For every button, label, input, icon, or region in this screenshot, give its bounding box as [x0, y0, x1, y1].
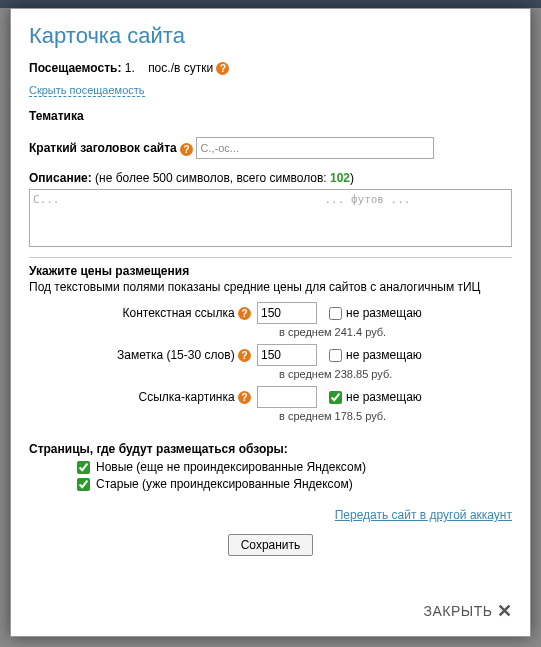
price-label: Ссылка-картинка ?	[29, 390, 257, 404]
price-input-note[interactable]	[257, 344, 317, 366]
no-place-checkbox-note[interactable]	[329, 349, 342, 362]
price-label: Заметка (15-30 слов) ?	[29, 348, 257, 362]
hide-traffic-row: Скрыть посещаемость	[29, 83, 512, 97]
transfer-link[interactable]: Передать сайт в другой аккаунт	[335, 508, 512, 522]
avg-note: в среднем 238.85 руб.	[29, 368, 512, 380]
description-textarea[interactable]	[29, 189, 512, 247]
avg-context: в среднем 241.4 руб.	[29, 326, 512, 338]
pages-checkbox-new[interactable]	[77, 461, 90, 474]
pages-head: Страницы, где будут размещаться обзоры:	[29, 442, 512, 456]
close-wrap: ЗАКРЫТЬ ✕	[29, 586, 512, 626]
pages-opt-label: Старые (уже проиндексированные Яндексом)	[96, 477, 353, 491]
description-hint-prefix: (не более 500 символов, всего символов:	[95, 171, 330, 185]
close-label: ЗАКРЫТЬ	[424, 603, 493, 619]
no-place-label: не размещаю	[346, 348, 422, 362]
description-count: 102	[330, 171, 350, 185]
price-table: Контекстная ссылка ? не размещаю в средн…	[29, 302, 512, 428]
help-icon[interactable]: ?	[216, 62, 229, 75]
no-place-label: не размещаю	[346, 390, 422, 404]
description-label: Описание:	[29, 171, 92, 185]
close-icon: ✕	[497, 600, 513, 622]
modal-title: Карточка сайта	[29, 23, 512, 49]
no-place-checkbox-image[interactable]	[329, 391, 342, 404]
save-wrap: Сохранить	[29, 534, 512, 556]
price-input-context[interactable]	[257, 302, 317, 324]
pages-opt-old: Старые (уже проиндексированные Яндексом)	[77, 477, 512, 491]
prices-head: Укажите цены размещения	[29, 264, 512, 278]
traffic-label: Посещаемость:	[29, 61, 121, 75]
price-row-context: Контекстная ссылка ? не размещаю	[29, 302, 512, 324]
top-nav-bar	[0, 0, 541, 8]
traffic-row: Посещаемость: 1. пос./в сутки ?	[29, 61, 512, 75]
transfer-row: Передать сайт в другой аккаунт	[29, 508, 512, 522]
traffic-unit: пос./в сутки	[148, 61, 213, 75]
description-head: Описание: (не более 500 символов, всего …	[29, 171, 512, 185]
pages-opt-label: Новые (еще не проиндексированные Яндексо…	[96, 460, 366, 474]
traffic-value: 1.	[125, 61, 135, 75]
price-row-note: Заметка (15-30 слов) ? не размещаю	[29, 344, 512, 366]
hide-traffic-link[interactable]: Скрыть посещаемость	[29, 84, 145, 97]
short-title-label: Краткий заголовок сайта	[29, 141, 177, 155]
help-icon[interactable]: ?	[238, 391, 251, 404]
price-label: Контекстная ссылка ?	[29, 306, 257, 320]
site-card-modal: Карточка сайта Посещаемость: 1. пос./в с…	[10, 8, 531, 637]
short-title-input[interactable]	[196, 137, 434, 159]
pages-opt-new: Новые (еще не проиндексированные Яндексо…	[77, 460, 512, 474]
no-place-checkbox-context[interactable]	[329, 307, 342, 320]
save-button[interactable]: Сохранить	[228, 534, 314, 556]
short-title-row: Краткий заголовок сайта ?	[29, 137, 512, 159]
description-hint-suffix: )	[350, 171, 354, 185]
divider	[29, 257, 512, 258]
help-icon[interactable]: ?	[238, 349, 251, 362]
price-input-image[interactable]	[257, 386, 317, 408]
pages-checkbox-old[interactable]	[77, 478, 90, 491]
avg-image: в среднем 178.5 руб.	[29, 410, 512, 422]
price-row-image: Ссылка-картинка ? не размещаю	[29, 386, 512, 408]
topic-label: Тематика	[29, 109, 512, 123]
close-button[interactable]: ЗАКРЫТЬ ✕	[424, 600, 512, 622]
help-icon[interactable]: ?	[238, 307, 251, 320]
help-icon[interactable]: ?	[180, 143, 193, 156]
no-place-label: не размещаю	[346, 306, 422, 320]
prices-sub: Под текстовыми полями показаны средние ц…	[29, 280, 512, 294]
